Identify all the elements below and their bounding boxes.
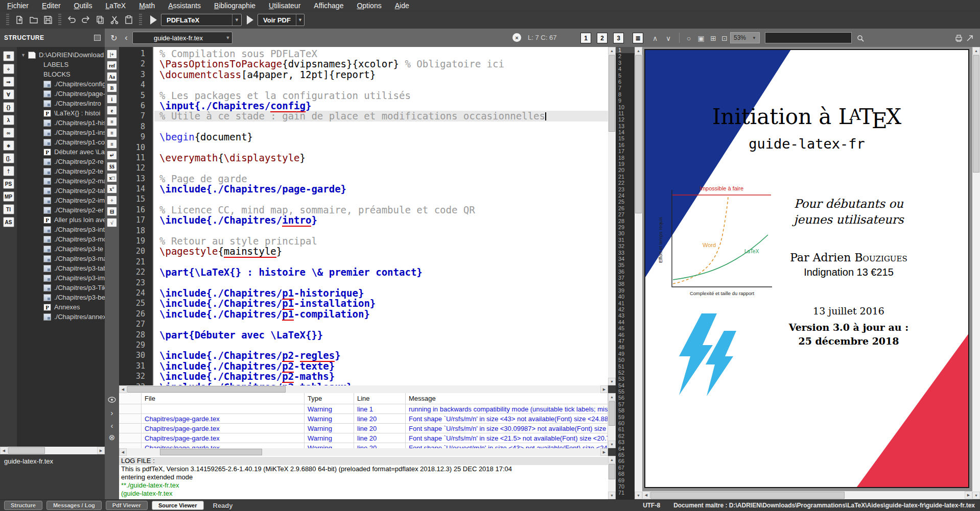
panel-tab-arrow-symbols[interactable]: ⇒ [3,77,14,87]
pdf-page-number[interactable]: 56 [616,395,635,401]
pdf-page-number[interactable]: 8 [616,91,635,98]
code-line[interactable]: % Compilation sous PDFLaTeX [154,48,608,59]
pdf-page-number[interactable]: 44 [616,319,635,325]
code-line[interactable]: \include{./Chapitres/p2-tableaux} [154,382,608,386]
pdf-page-number[interactable]: 57 [616,401,635,407]
tree-item[interactable]: ./Chapitres/intro [17,99,105,108]
pdf-page-number[interactable]: 24 [616,192,635,199]
pdf-page-number[interactable]: 64 [616,446,635,452]
pdf-page-number[interactable]: 19 [616,161,635,167]
pdf-page-number[interactable]: 46 [616,332,635,338]
pdf-page-number[interactable]: 30 [616,230,635,236]
menu-editer[interactable]: Editer [42,2,61,10]
code-line[interactable] [154,121,608,132]
code-line[interactable]: \part{\LaTeX{} : histoire \& premier con… [154,267,608,277]
code-line[interactable] [154,163,608,173]
pdf-page-number[interactable]: 71 [616,490,635,496]
tree-item[interactable]: ./Chapitres/p2-tab [17,186,105,196]
pdf-page-number[interactable]: 48 [616,344,635,350]
message-row[interactable]: Chapitres/page-garde.texWarningline 20Fo… [119,433,608,443]
tree-item[interactable]: ./Chapitres/p1-his [17,118,105,128]
pdf-page-number[interactable]: 29 [616,224,635,230]
pdf-page-number[interactable]: 31 [616,237,635,243]
menu-options[interactable]: Options [357,2,381,10]
paste-icon[interactable] [122,13,136,27]
editor-hscrollbar[interactable]: ◀▶ [119,385,608,393]
document-tab[interactable]: guide-latex-fr.tex ▼ [132,32,232,44]
tree-item[interactable]: ./Chapitres/p3-ma [17,254,105,263]
panel-tab-pstricks[interactable]: PS [3,179,14,189]
pdf-page-number[interactable]: 5 [616,72,635,79]
pdf-page-number[interactable]: 3 [616,60,635,66]
pdf-page-number[interactable]: 52 [616,370,635,376]
code-area[interactable]: % Compilation sous PDFLaTeX\PassOptionsT… [154,47,608,385]
tree-item[interactable]: ▼D:\ADRIEN\Download [17,50,105,60]
print-icon[interactable] [953,33,964,43]
code-line[interactable]: \everymath{\displaystyle} [154,153,608,163]
superscript-button[interactable]: x° [107,184,117,193]
math-mode-button[interactable]: $$ [107,162,117,171]
pdf-page-number[interactable]: 1 [616,47,635,53]
open-file-item[interactable]: guide-latex-fr.tex [4,457,53,465]
code-line[interactable]: % Utile à ce stade : gain de place et mo… [154,111,608,121]
code-line[interactable]: % Les packages et la configuration utili… [154,90,608,101]
message-row[interactable]: Chapitres/page-garde.texWarningline 20Fo… [119,414,608,424]
insert-block-button[interactable]: |+ [107,50,117,59]
pdf-page-number[interactable]: 11 [616,110,635,116]
code-line[interactable] [154,319,608,329]
pdf-page-number[interactable]: 65 [616,452,635,458]
pdf-page[interactable]: Initiation à LATEX guide-latex-fr Pour d… [644,49,969,488]
messages-hscrollbar[interactable]: ◀▶ [119,448,608,456]
message-row[interactable]: Chapitres/page-garde.texWarningline 20Fo… [119,443,608,448]
pdf-page-number[interactable]: 43 [616,312,635,319]
page-list-scrollbar[interactable]: ▲▼ [635,47,642,499]
code-line[interactable]: \pagestyle{mainstyle} [154,246,608,256]
code-line[interactable]: \include{./Chapitres/p1-compilation} [154,309,608,319]
code-line[interactable] [154,257,608,267]
pdf-page-number[interactable]: 63 [616,439,635,445]
pdf-page-number[interactable]: 62 [616,433,635,439]
stop-icon[interactable]: ⊗ [105,433,119,442]
pdf-page-number[interactable]: 22 [616,180,635,186]
tree-item[interactable]: ./Chapitres/p1-co [17,137,105,147]
menu-assistants[interactable]: Assistants [168,2,201,10]
detach-viewer-icon[interactable] [964,33,975,43]
search-icon[interactable] [855,33,866,43]
pdf-page-number[interactable]: 61 [616,426,635,432]
pdf-page-number[interactable]: 39 [616,287,635,294]
code-line[interactable]: % Page de garde [154,174,608,184]
view-select[interactable]: Voir PDF ▼ [258,14,305,26]
menu-math[interactable]: Math [139,2,155,10]
pdf-page-number[interactable]: 54 [616,382,635,388]
pdf-page-number[interactable]: 36 [616,269,635,275]
code-line[interactable] [154,142,608,153]
panel-tab-most-used-symbols[interactable]: ∞ [3,128,14,138]
statusbar-tab-messages-log[interactable]: Messages / Log [46,501,102,510]
menu-outils[interactable]: Outils [74,2,92,10]
dock-icon[interactable] [94,35,101,41]
log-view[interactable]: LOG FILE :This is pdfTeX, Version 3.1415… [119,456,608,499]
pdf-page-number[interactable]: 7 [616,85,635,91]
menu-affichage[interactable]: Affichage [314,2,343,10]
menu-utilisateur[interactable]: Utilisateur [269,2,300,10]
code-line[interactable] [154,194,608,204]
panel-tab-tikz[interactable]: TI [3,204,14,214]
pdf-page-number[interactable]: 32 [616,243,635,249]
open-file-icon[interactable] [27,13,41,27]
pdf-page-number[interactable]: 69 [616,477,635,483]
tree-item[interactable]: ./Chapitres/p3-int [17,225,105,234]
pdf-page-number[interactable]: 35 [616,262,635,268]
panel-tab-greek-letters[interactable]: λ [3,115,14,125]
font-size-button[interactable]: Aa [107,72,117,81]
editor-vscrollbar[interactable]: ▲▼ [608,47,616,385]
panel-tab-delimiters[interactable]: {} [3,102,14,112]
messages-vscrollbar[interactable]: ▲▼ [608,393,616,448]
code-line[interactable]: \documentclass[a4paper, 12pt]{report} [154,69,608,80]
close-document-icon[interactable]: × [512,33,521,42]
fit-page-icon[interactable]: ○ [683,33,694,43]
code-line[interactable]: % Retour au style principal [154,236,608,246]
menu-aide[interactable]: Aide [395,2,409,10]
pdf-page-number[interactable]: 15 [616,135,635,141]
divide-button[interactable]: ÷ [107,196,117,205]
pdf-page-number[interactable]: 26 [616,205,635,211]
